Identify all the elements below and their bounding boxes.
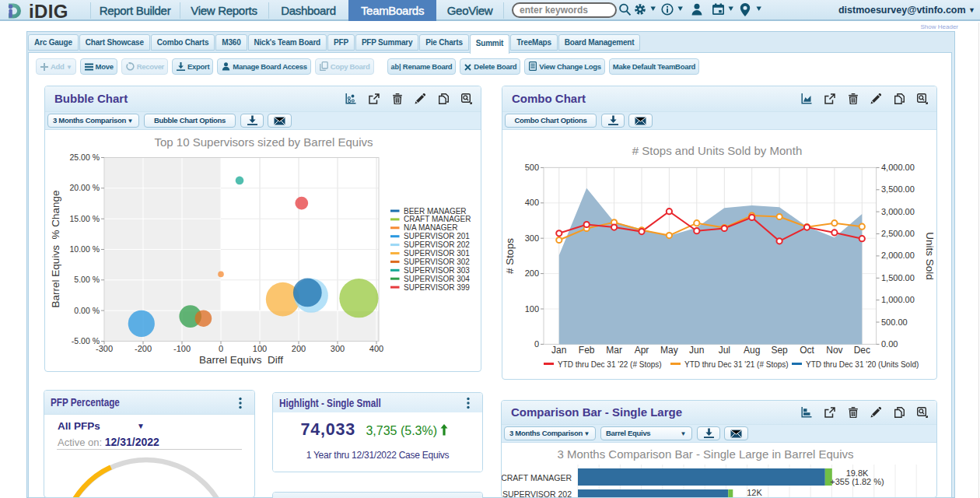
svg-text:0: 0 — [219, 344, 223, 353]
svg-text:500.00: 500.00 — [881, 317, 908, 327]
svg-text:iDIG: iDIG — [29, 1, 68, 22]
svg-text:Units Sold: Units Sold — [924, 232, 936, 280]
svg-text:-300: -300 — [96, 344, 113, 353]
svg-text:25.00 %: 25.00 % — [69, 153, 100, 162]
svg-text:CRAFT MANAGER: CRAFT MANAGER — [502, 473, 572, 482]
svg-text:YTD thru Dec 31 '20 (Units Sol: YTD thru Dec 31 '20 (Units Sold) — [806, 360, 919, 369]
svg-text:Top 10 Supervisors sized by Ba: Top 10 Supervisors sized by Barrel Equiv… — [155, 135, 373, 149]
svg-text:500: 500 — [525, 163, 539, 172]
svg-text:1,500.00: 1,500.00 — [881, 273, 915, 282]
svg-text:5.00 %: 5.00 % — [74, 275, 100, 284]
svg-text:Sep: Sep — [771, 345, 788, 356]
svg-text:YTD thru Dec 31 '21 (# Stops): YTD thru Dec 31 '21 (# Stops) — [684, 360, 789, 369]
svg-text:SUPERVISOR 201: SUPERVISOR 201 — [404, 232, 470, 240]
svg-text:20.00 %: 20.00 % — [69, 183, 100, 192]
svg-text:3,500.00: 3,500.00 — [881, 184, 915, 194]
svg-text:Jun: Jun — [689, 345, 704, 356]
svg-text:SUPERVISOR 301: SUPERVISOR 301 — [404, 249, 470, 258]
svg-text:SUPERVISOR 399: SUPERVISOR 399 — [404, 283, 470, 292]
svg-text:400: 400 — [369, 344, 383, 353]
svg-text:3,000.00: 3,000.00 — [881, 207, 915, 216]
svg-text:Aug: Aug — [744, 345, 760, 356]
svg-text:Oct: Oct — [800, 345, 814, 356]
svg-text:+355 (1.82 %): +355 (1.82 %) — [830, 477, 884, 486]
svg-text:300: 300 — [331, 344, 345, 353]
svg-text:Dec: Dec — [854, 345, 870, 356]
svg-text:SUPERVISOR 202: SUPERVISOR 202 — [404, 240, 470, 249]
svg-text:Mar: Mar — [606, 345, 622, 356]
svg-text:0.00 %: 0.00 % — [74, 306, 100, 315]
svg-text:12K: 12K — [747, 488, 762, 497]
svg-text:Barrel Equivs Diff: Barrel Equivs Diff — [199, 354, 283, 366]
svg-text:SUPERVISOR 303: SUPERVISOR 303 — [404, 266, 470, 275]
svg-text:May: May — [660, 345, 678, 356]
svg-text:Apr: Apr — [635, 345, 649, 356]
svg-text:SUPERVISOR 202: SUPERVISOR 202 — [502, 489, 572, 497]
svg-text:400: 400 — [525, 198, 539, 207]
svg-text:SUPERVISOR 304: SUPERVISOR 304 — [404, 275, 470, 283]
svg-text:-100: -100 — [173, 344, 191, 353]
svg-text:200: 200 — [292, 344, 306, 353]
svg-text:300: 300 — [525, 233, 539, 243]
svg-text:10.00 %: 10.00 % — [69, 244, 100, 254]
svg-text:200: 200 — [525, 268, 539, 278]
svg-text:0.00: 0.00 — [881, 339, 898, 349]
svg-text:-200: -200 — [135, 344, 152, 353]
svg-text:CRAFT MANAGER: CRAFT MANAGER — [404, 215, 471, 223]
svg-text:2,000.00: 2,000.00 — [881, 251, 915, 260]
svg-text:SUPERVISOR 302: SUPERVISOR 302 — [404, 258, 470, 266]
svg-text:BEER MANAGER: BEER MANAGER — [404, 207, 467, 216]
svg-text:3 Months Comparison Bar - Sing: 3 Months Comparison Bar - Single Large i… — [557, 447, 853, 461]
svg-text:Nov: Nov — [826, 345, 842, 356]
svg-text:15.00 %: 15.00 % — [69, 214, 100, 223]
svg-text:# Stops and Units Sold by Mont: # Stops and Units Sold by Month — [632, 144, 802, 157]
svg-text:1,000.00: 1,000.00 — [881, 295, 915, 304]
svg-text:0: 0 — [534, 339, 539, 349]
svg-text:4,000.00: 4,000.00 — [881, 163, 915, 172]
svg-text:YTD thru Dec 31 '22 (# Stops): YTD thru Dec 31 '22 (# Stops) — [558, 360, 662, 369]
svg-text:100: 100 — [525, 304, 539, 314]
svg-text:Barrel Equivs % Change: Barrel Equivs % Change — [50, 191, 61, 308]
svg-text:N/A MANAGER: N/A MANAGER — [404, 223, 457, 232]
svg-text:# Stops: # Stops — [504, 238, 516, 274]
svg-text:Jul: Jul — [719, 345, 730, 356]
svg-text:Jan: Jan — [551, 345, 566, 356]
svg-text:Feb: Feb — [579, 345, 595, 356]
svg-text:2,500.00: 2,500.00 — [881, 229, 915, 238]
svg-text:100: 100 — [253, 344, 267, 353]
